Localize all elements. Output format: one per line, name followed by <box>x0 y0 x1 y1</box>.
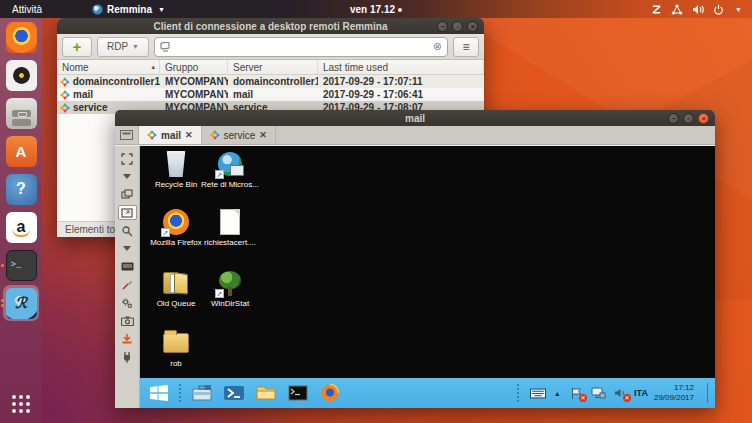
rdp-titlebar[interactable]: mail − ▫ × <box>115 110 715 126</box>
language-indicator[interactable]: ITA <box>634 388 648 398</box>
open-folder-icon <box>163 272 190 294</box>
clock-button[interactable]: ven 17.12 <box>350 4 402 15</box>
recycle-bin-icon <box>165 151 187 177</box>
close-tab-icon[interactable]: ✕ <box>185 130 193 140</box>
system-status-area[interactable]: ▼ <box>651 4 752 15</box>
fullscreen-caret-icon[interactable] <box>118 169 137 184</box>
tools-icon[interactable] <box>118 295 137 310</box>
desktop-icon-label: Old Queue <box>157 299 196 308</box>
show-hidden-icons-button[interactable]: ▲ <box>552 386 562 400</box>
server-manager-button[interactable] <box>190 381 214 405</box>
desktop-icon-recycle-bin[interactable]: Recycle Bin <box>146 149 206 189</box>
dock-item-remmina[interactable]: ℛ <box>0 284 42 322</box>
chevron-down-icon: ▼ <box>132 43 139 50</box>
network-share-icon[interactable] <box>671 4 683 15</box>
desktop-icon-label: rob <box>170 359 182 368</box>
switch-tab-icon[interactable] <box>118 187 137 202</box>
dock-item-help[interactable]: ? <box>0 170 42 208</box>
disconnect-icon[interactable] <box>118 349 137 364</box>
dock-item-rhythmbox[interactable] <box>0 56 42 94</box>
desktop-icon-label: Rete di Micros... <box>201 180 259 189</box>
desktop-icon-label: Mozilla Firefox <box>150 238 202 247</box>
rdp-profile-icon <box>60 77 70 87</box>
tray-icon[interactable] <box>118 331 137 346</box>
volume-muted-icon[interactable]: ✕ <box>612 386 628 400</box>
new-connection-button[interactable]: + <box>62 37 92 57</box>
quick-connect-input[interactable]: ⊗ <box>154 37 448 57</box>
screen: Attività Remmina ▼ ven 17.12 ▼ <box>0 0 752 423</box>
cell-group: MYCOMPANY <box>160 89 228 100</box>
firefox-button[interactable] <box>318 381 342 405</box>
rdp-profile-icon <box>210 130 220 140</box>
input-method-icon[interactable] <box>651 4 662 15</box>
dock-item-terminal[interactable]: >_ <box>0 246 42 284</box>
minimize-button[interactable]: − <box>437 21 448 32</box>
protocol-dropdown[interactable]: RDP ▼ <box>97 37 149 57</box>
dock-item-files[interactable] <box>0 94 42 132</box>
show-desktop-button[interactable] <box>707 383 712 403</box>
main-menu-button[interactable]: ≡ <box>453 37 479 57</box>
table-row[interactable]: mail MYCOMPANY mail 2017-09-29 - 17:06:4… <box>57 88 484 101</box>
desktop-icon-firefox[interactable]: ➚ Mozilla Firefox <box>146 207 206 247</box>
table-row[interactable]: domaincontroller1 MYCOMPANY domaincontro… <box>57 75 484 88</box>
remmina-titlebar[interactable]: Client di connessione a desktop remoti R… <box>57 18 484 34</box>
column-header-server[interactable]: Server <box>228 60 318 74</box>
close-button[interactable]: × <box>698 113 709 124</box>
taskbar-clock[interactable]: 17:12 29/09/2017 <box>654 383 694 403</box>
column-header-last-used[interactable]: Last time used <box>318 60 484 74</box>
clear-input-icon[interactable]: ⊗ <box>433 41 442 52</box>
screenshot-icon[interactable] <box>118 313 137 328</box>
desktop-icon-windirstat[interactable]: ➚ WinDirStat <box>200 268 260 308</box>
toolbar-placement-icon[interactable] <box>115 126 139 144</box>
window-controls: − ▫ × <box>437 21 484 32</box>
close-tab-icon[interactable]: ✕ <box>259 130 267 140</box>
dock-item-ubuntu-software[interactable]: A <box>0 132 42 170</box>
preferences-icon[interactable] <box>118 277 137 292</box>
desktop-icon-rete[interactable]: ➚ Rete di Micros... <box>200 149 260 189</box>
scale-caret-icon[interactable] <box>118 241 137 256</box>
clock-label: ven 17.12 <box>350 4 395 15</box>
powershell-button[interactable] <box>222 381 246 405</box>
column-header-group[interactable]: Gruppo <box>160 60 228 74</box>
maximize-button[interactable]: ▫ <box>452 21 463 32</box>
touch-keyboard-icon[interactable] <box>530 386 546 400</box>
window-title: Client di connessione a desktop remoti R… <box>57 21 484 32</box>
dock-item-firefox[interactable] <box>0 18 42 56</box>
connection-toolbar <box>115 146 140 408</box>
maximize-button[interactable]: ▫ <box>683 113 694 124</box>
start-button[interactable] <box>147 381 171 405</box>
action-center-flag-icon[interactable]: ✕ <box>568 386 584 400</box>
power-icon[interactable] <box>713 4 724 15</box>
amazon-icon: a <box>6 212 37 243</box>
scaled-mode-icon[interactable] <box>118 205 137 220</box>
cell-server: domaincontroller1 <box>228 76 318 87</box>
remote-desktop[interactable]: Recycle Bin ➚ Rete di Micros... ➚ Mozill… <box>140 146 715 378</box>
tab-mail[interactable]: mail ✕ <box>139 126 202 144</box>
cell-last-used: 2017-09-29 - 17:06:41 <box>318 89 484 100</box>
cell-name: mail <box>73 89 93 100</box>
dock-item-amazon[interactable]: a <box>0 208 42 246</box>
desktop-icon-richiestacert[interactable]: richiestacert.... <box>200 207 260 247</box>
tab-service[interactable]: service ✕ <box>202 126 276 144</box>
desktop-icon-rob[interactable]: rob <box>146 328 206 368</box>
dock-item-show-applications[interactable] <box>0 389 42 419</box>
keyboard-grab-icon[interactable] <box>118 259 137 274</box>
rhythmbox-icon <box>6 60 37 91</box>
desktop-icon-label: Recycle Bin <box>155 180 197 189</box>
magnifier-icon[interactable] <box>118 223 137 238</box>
network-status-icon[interactable] <box>590 386 606 400</box>
minimize-button[interactable]: − <box>668 113 679 124</box>
command-prompt-button[interactable] <box>286 381 310 405</box>
column-header-name[interactable]: Nome ▴ <box>57 60 160 74</box>
activities-button[interactable]: Attività <box>8 4 46 15</box>
fullscreen-icon[interactable] <box>118 151 137 166</box>
app-menu-button[interactable]: Remmina ▼ <box>92 4 165 15</box>
ubuntu-dock: A ? a >_ ℛ <box>0 18 42 423</box>
running-indicator <box>1 299 4 307</box>
close-button[interactable]: × <box>467 21 478 32</box>
taskbar-time: 17:12 <box>654 383 694 393</box>
desktop-icon-old-queue[interactable]: Old Queue <box>146 268 206 308</box>
file-explorer-button[interactable] <box>254 381 278 405</box>
volume-icon[interactable] <box>692 4 704 15</box>
app-menu-label: Remmina <box>107 4 152 15</box>
